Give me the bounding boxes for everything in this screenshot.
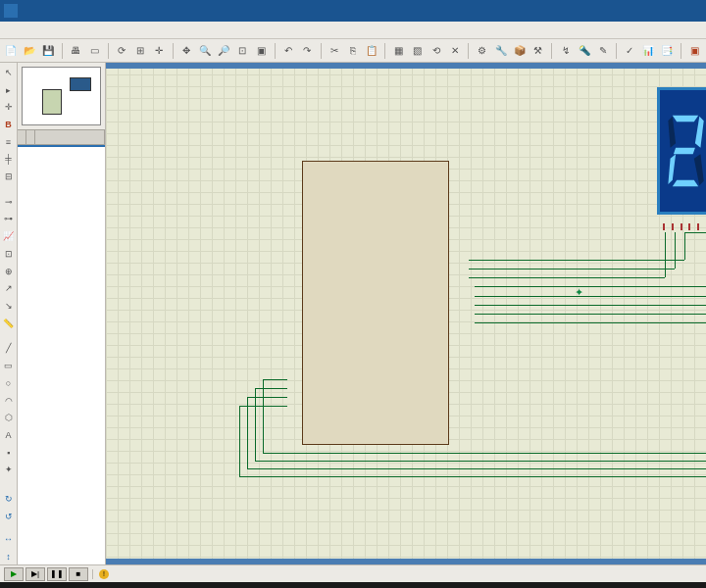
symbol-icon[interactable]: ▪: [1, 445, 17, 461]
wire[interactable]: [665, 232, 666, 277]
wire[interactable]: [239, 406, 240, 476]
component-icon[interactable]: ▸: [1, 82, 17, 98]
text-icon[interactable]: ≡: [1, 134, 17, 150]
wire[interactable]: [475, 314, 706, 315]
component-7seg[interactable]: [657, 87, 706, 215]
wire[interactable]: [255, 461, 706, 462]
wire[interactable]: [475, 296, 706, 297]
area-icon[interactable]: ▭: [86, 42, 103, 60]
device-list[interactable]: [18, 145, 105, 564]
subcircuit-icon[interactable]: ⊟: [1, 169, 17, 184]
play-button[interactable]: ▶: [4, 567, 24, 581]
list-item[interactable]: [18, 149, 105, 151]
decompose-icon[interactable]: ⚒: [530, 42, 546, 60]
zoom-all-icon[interactable]: ⊡: [234, 42, 251, 60]
pause-button[interactable]: ❚❚: [47, 567, 67, 581]
new-file-icon[interactable]: 📄: [3, 42, 20, 60]
zoom-in-icon[interactable]: 🔍: [197, 42, 214, 60]
mirror-y-icon[interactable]: ↕: [1, 549, 17, 564]
rotate-cw-icon[interactable]: ↻: [1, 491, 17, 507]
mirror-x-icon[interactable]: ↔: [1, 531, 17, 547]
block-delete-icon[interactable]: ✕: [446, 42, 463, 60]
wire[interactable]: [469, 269, 675, 270]
step-button[interactable]: ▶|: [25, 567, 45, 581]
arc-icon[interactable]: ◠: [1, 393, 17, 409]
graph-icon[interactable]: 📈: [1, 228, 17, 244]
wire[interactable]: [675, 232, 676, 269]
current-probe-icon[interactable]: ↘: [1, 298, 17, 314]
wire[interactable]: [263, 379, 287, 380]
wire[interactable]: [255, 388, 287, 389]
search-icon[interactable]: 🔦: [576, 42, 592, 60]
path-icon[interactable]: ⬡: [1, 410, 17, 425]
paste-icon[interactable]: 📋: [363, 42, 379, 60]
wire[interactable]: [475, 286, 706, 287]
zoom-area-icon[interactable]: ▣: [253, 42, 270, 60]
wire[interactable]: [255, 388, 256, 461]
center-icon[interactable]: ✥: [178, 42, 195, 60]
print-icon[interactable]: 🖶: [68, 42, 84, 60]
zoom-out-icon[interactable]: 🔎: [216, 42, 232, 60]
wire[interactable]: [247, 397, 287, 398]
box-icon[interactable]: ▭: [1, 358, 17, 373]
voltage-probe-icon[interactable]: ↗: [1, 281, 17, 297]
rotate-ccw-icon[interactable]: ↺: [1, 509, 17, 524]
block-move-icon[interactable]: ▧: [409, 42, 426, 60]
schematic-canvas[interactable]: ✦: [106, 63, 706, 564]
tab-l[interactable]: [26, 130, 35, 144]
netlist-icon[interactable]: 📊: [640, 42, 657, 60]
tab-devices[interactable]: [35, 130, 105, 144]
bom-icon[interactable]: 📑: [659, 42, 676, 60]
wire-autoroute-icon[interactable]: ↯: [557, 42, 574, 60]
marker-icon[interactable]: ✦: [1, 463, 17, 478]
circle-icon[interactable]: ○: [1, 375, 17, 391]
wire[interactable]: [475, 305, 706, 306]
wire[interactable]: [239, 476, 706, 477]
line-icon[interactable]: ╱: [1, 341, 17, 357]
ares-icon[interactable]: ▣: [686, 42, 703, 60]
pick-icon[interactable]: ⚙: [474, 42, 490, 60]
tape-icon[interactable]: ⊡: [1, 246, 17, 262]
stop-button[interactable]: ■: [69, 567, 88, 581]
wire[interactable]: [469, 277, 665, 278]
wire[interactable]: [684, 232, 685, 260]
open-icon[interactable]: 📂: [22, 42, 38, 60]
pin-icon[interactable]: ⊶: [1, 212, 17, 227]
wire[interactable]: [247, 468, 706, 469]
overview[interactable]: [22, 67, 101, 125]
erc-icon[interactable]: ✓: [622, 42, 638, 60]
cut-icon[interactable]: ✂: [326, 42, 342, 60]
wire[interactable]: [469, 260, 684, 261]
grid-icon[interactable]: ⊞: [132, 42, 149, 60]
generator-icon[interactable]: ⊕: [1, 264, 17, 279]
junction-icon[interactable]: ✛: [1, 99, 17, 115]
wire[interactable]: [239, 406, 287, 407]
redo-icon[interactable]: ↷: [299, 42, 316, 60]
copy-icon[interactable]: ⎘: [344, 42, 361, 60]
instrument-icon[interactable]: 📏: [1, 316, 17, 331]
make-icon[interactable]: 🔧: [492, 42, 509, 60]
bus-icon[interactable]: ╪: [1, 152, 17, 168]
wire[interactable]: [263, 453, 706, 454]
selection-icon[interactable]: ↖: [1, 65, 17, 80]
refresh-icon[interactable]: ⟳: [114, 42, 130, 60]
wire[interactable]: [247, 397, 248, 468]
block-copy-icon[interactable]: ▦: [390, 42, 407, 60]
tab-p[interactable]: [18, 130, 26, 144]
terminal-icon[interactable]: ⊸: [1, 194, 17, 210]
message-count[interactable]: !: [92, 569, 119, 579]
wire[interactable]: [263, 379, 264, 453]
save-icon[interactable]: 💾: [40, 42, 57, 60]
component-ic[interactable]: [302, 161, 449, 445]
wire[interactable]: [475, 322, 706, 323]
wire-label-icon[interactable]: B: [1, 117, 17, 132]
undo-icon[interactable]: ↶: [280, 42, 297, 60]
property-icon[interactable]: ✎: [594, 42, 611, 60]
origin-icon[interactable]: ✛: [151, 42, 168, 60]
svg-marker-6: [674, 148, 695, 155]
device-header: [18, 129, 105, 145]
wire[interactable]: [684, 232, 706, 233]
text-2d-icon[interactable]: A: [1, 427, 17, 443]
block-rotate-icon[interactable]: ⟲: [428, 42, 444, 60]
package-icon[interactable]: 📦: [511, 42, 528, 60]
